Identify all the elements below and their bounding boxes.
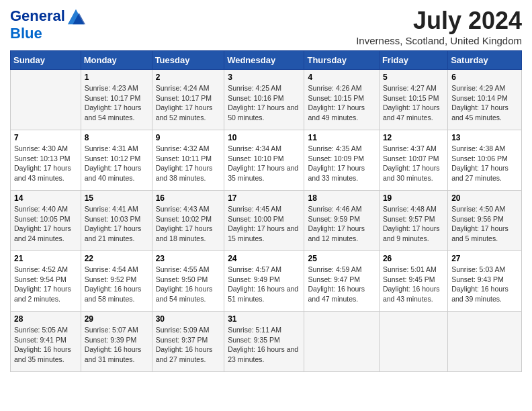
day-info: Sunrise: 4:54 AMSunset: 9:52 PMDaylight:… xyxy=(85,265,148,304)
day-info: Sunrise: 4:43 AMSunset: 10:02 PMDaylight… xyxy=(156,204,221,244)
day-info: Sunrise: 4:37 AMSunset: 10:07 PMDaylight… xyxy=(383,144,444,183)
day-number: 25 xyxy=(308,254,375,263)
day-number: 22 xyxy=(85,254,148,263)
calendar-table: SundayMondayTuesdayWednesdayThursdayFrid… xyxy=(10,50,522,372)
day-info: Sunrise: 5:09 AMSunset: 9:37 PMDaylight:… xyxy=(156,325,221,365)
day-number: 7 xyxy=(14,133,77,142)
logo-blue: Blue xyxy=(10,26,85,42)
day-info: Sunrise: 4:23 AMSunset: 10:17 PMDaylight… xyxy=(85,83,148,123)
calendar-cell: 19Sunrise: 4:48 AMSunset: 9:57 PMDayligh… xyxy=(379,191,447,251)
day-info: Sunrise: 4:45 AMSunset: 10:00 PMDaylight… xyxy=(228,204,300,244)
day-number: 8 xyxy=(85,133,148,142)
calendar-cell xyxy=(448,312,522,372)
calendar-cell: 14Sunrise: 4:40 AMSunset: 10:05 PMDaylig… xyxy=(11,191,81,251)
day-number: 29 xyxy=(85,314,148,324)
day-info: Sunrise: 5:07 AMSunset: 9:39 PMDaylight:… xyxy=(85,325,148,365)
calendar-cell: 13Sunrise: 4:38 AMSunset: 10:06 PMDaylig… xyxy=(448,130,522,191)
calendar-cell: 28Sunrise: 5:05 AMSunset: 9:41 PMDayligh… xyxy=(11,312,81,372)
day-number: 12 xyxy=(383,133,444,142)
header-saturday: Saturday xyxy=(448,51,522,70)
day-number: 9 xyxy=(156,133,221,142)
day-info: Sunrise: 5:03 AMSunset: 9:43 PMDaylight:… xyxy=(451,265,518,304)
page-header: General Blue July 2024 Inverness, Scotla… xyxy=(10,7,522,46)
calendar-cell: 5Sunrise: 4:27 AMSunset: 10:15 PMDayligh… xyxy=(379,70,447,130)
calendar-cell: 9Sunrise: 4:32 AMSunset: 10:11 PMDayligh… xyxy=(152,130,224,191)
calendar-cell: 7Sunrise: 4:30 AMSunset: 10:13 PMDayligh… xyxy=(11,130,81,191)
day-number: 18 xyxy=(308,193,375,203)
calendar-cell: 18Sunrise: 4:46 AMSunset: 9:59 PMDayligh… xyxy=(304,191,379,251)
day-info: Sunrise: 4:55 AMSunset: 9:50 PMDaylight:… xyxy=(156,265,221,304)
calendar-cell: 23Sunrise: 4:55 AMSunset: 9:50 PMDayligh… xyxy=(152,251,224,312)
header-thursday: Thursday xyxy=(304,51,379,70)
day-info: Sunrise: 4:34 AMSunset: 10:10 PMDaylight… xyxy=(228,144,300,183)
day-info: Sunrise: 4:25 AMSunset: 10:16 PMDaylight… xyxy=(228,83,300,123)
header-friday: Friday xyxy=(379,51,447,70)
calendar-cell: 12Sunrise: 4:37 AMSunset: 10:07 PMDaylig… xyxy=(379,130,447,191)
day-number: 15 xyxy=(85,193,148,203)
day-number: 20 xyxy=(451,193,518,203)
day-info: Sunrise: 4:50 AMSunset: 9:56 PMDaylight:… xyxy=(451,204,518,244)
day-number: 28 xyxy=(14,314,77,324)
day-info: Sunrise: 4:38 AMSunset: 10:06 PMDaylight… xyxy=(451,144,518,183)
day-number: 4 xyxy=(308,73,375,82)
day-info: Sunrise: 5:11 AMSunset: 9:35 PMDaylight:… xyxy=(228,325,300,365)
calendar-cell: 16Sunrise: 4:43 AMSunset: 10:02 PMDaylig… xyxy=(152,191,224,251)
day-info: Sunrise: 5:01 AMSunset: 9:45 PMDaylight:… xyxy=(383,265,444,304)
day-number: 1 xyxy=(85,73,148,82)
day-info: Sunrise: 4:24 AMSunset: 10:17 PMDaylight… xyxy=(156,83,221,123)
day-number: 11 xyxy=(308,133,375,142)
day-info: Sunrise: 5:05 AMSunset: 9:41 PMDaylight:… xyxy=(14,325,77,365)
month-year-title: July 2024 xyxy=(356,7,522,35)
day-number: 21 xyxy=(14,254,77,263)
day-number: 27 xyxy=(451,254,518,263)
calendar-cell: 24Sunrise: 4:57 AMSunset: 9:49 PMDayligh… xyxy=(224,251,304,312)
calendar-cell xyxy=(11,70,81,130)
day-info: Sunrise: 4:40 AMSunset: 10:05 PMDaylight… xyxy=(14,204,77,244)
calendar-week-4: 21Sunrise: 4:52 AMSunset: 9:54 PMDayligh… xyxy=(11,251,522,312)
calendar-cell: 26Sunrise: 5:01 AMSunset: 9:45 PMDayligh… xyxy=(379,251,447,312)
day-number: 23 xyxy=(156,254,221,263)
calendar-cell: 22Sunrise: 4:54 AMSunset: 9:52 PMDayligh… xyxy=(81,251,152,312)
header-monday: Monday xyxy=(81,51,152,70)
day-number: 2 xyxy=(156,73,221,82)
calendar-cell: 11Sunrise: 4:35 AMSunset: 10:09 PMDaylig… xyxy=(304,130,379,191)
day-number: 3 xyxy=(228,73,300,82)
calendar-cell: 3Sunrise: 4:25 AMSunset: 10:16 PMDayligh… xyxy=(224,70,304,130)
logo-icon xyxy=(66,7,85,26)
day-number: 30 xyxy=(156,314,221,324)
day-info: Sunrise: 4:59 AMSunset: 9:47 PMDaylight:… xyxy=(308,265,375,304)
calendar-cell: 1Sunrise: 4:23 AMSunset: 10:17 PMDayligh… xyxy=(81,70,152,130)
day-number: 19 xyxy=(383,193,444,203)
day-number: 13 xyxy=(451,133,518,142)
calendar-cell: 8Sunrise: 4:31 AMSunset: 10:12 PMDayligh… xyxy=(81,130,152,191)
day-info: Sunrise: 4:27 AMSunset: 10:15 PMDaylight… xyxy=(383,83,444,123)
calendar-week-1: 1Sunrise: 4:23 AMSunset: 10:17 PMDayligh… xyxy=(11,70,522,130)
logo-general: General xyxy=(10,8,65,24)
calendar-cell: 21Sunrise: 4:52 AMSunset: 9:54 PMDayligh… xyxy=(11,251,81,312)
day-info: Sunrise: 4:32 AMSunset: 10:11 PMDaylight… xyxy=(156,144,221,183)
day-info: Sunrise: 4:48 AMSunset: 9:57 PMDaylight:… xyxy=(383,204,444,244)
day-info: Sunrise: 4:31 AMSunset: 10:12 PMDaylight… xyxy=(85,144,148,183)
calendar-cell: 20Sunrise: 4:50 AMSunset: 9:56 PMDayligh… xyxy=(448,191,522,251)
day-info: Sunrise: 4:35 AMSunset: 10:09 PMDaylight… xyxy=(308,144,375,183)
calendar-cell: 4Sunrise: 4:26 AMSunset: 10:15 PMDayligh… xyxy=(304,70,379,130)
header-sunday: Sunday xyxy=(11,51,81,70)
calendar-cell: 31Sunrise: 5:11 AMSunset: 9:35 PMDayligh… xyxy=(224,312,304,372)
calendar-cell: 29Sunrise: 5:07 AMSunset: 9:39 PMDayligh… xyxy=(81,312,152,372)
day-info: Sunrise: 4:46 AMSunset: 9:59 PMDaylight:… xyxy=(308,204,375,244)
day-info: Sunrise: 4:26 AMSunset: 10:15 PMDaylight… xyxy=(308,83,375,123)
logo: General Blue xyxy=(10,7,85,42)
day-number: 17 xyxy=(228,193,300,203)
calendar-cell xyxy=(379,312,447,372)
title-block: July 2024 Inverness, Scotland, United Ki… xyxy=(356,7,522,46)
calendar-week-3: 14Sunrise: 4:40 AMSunset: 10:05 PMDaylig… xyxy=(11,191,522,251)
calendar-cell: 30Sunrise: 5:09 AMSunset: 9:37 PMDayligh… xyxy=(152,312,224,372)
calendar-cell: 6Sunrise: 4:29 AMSunset: 10:14 PMDayligh… xyxy=(448,70,522,130)
day-number: 10 xyxy=(228,133,300,142)
header-tuesday: Tuesday xyxy=(152,51,224,70)
day-info: Sunrise: 4:52 AMSunset: 9:54 PMDaylight:… xyxy=(14,265,77,304)
calendar-cell: 15Sunrise: 4:41 AMSunset: 10:03 PMDaylig… xyxy=(81,191,152,251)
header-wednesday: Wednesday xyxy=(224,51,304,70)
calendar-cell: 17Sunrise: 4:45 AMSunset: 10:00 PMDaylig… xyxy=(224,191,304,251)
day-number: 26 xyxy=(383,254,444,263)
